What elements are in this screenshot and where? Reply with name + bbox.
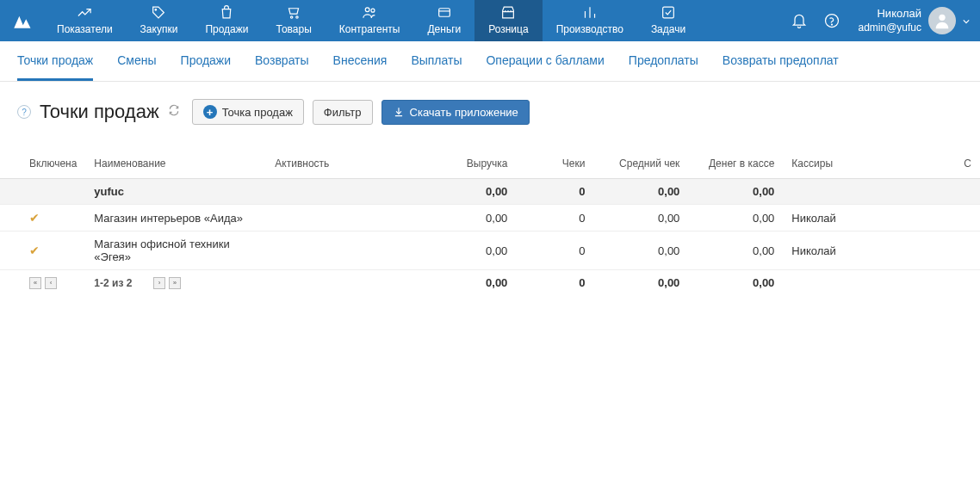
- subtab-prepayment-returns[interactable]: Возвраты предоплат: [723, 53, 839, 81]
- download-label: Скачать приложение: [410, 106, 518, 119]
- nav-item-money[interactable]: Деньги: [413, 0, 474, 41]
- store-icon: [499, 4, 517, 21]
- subtab-sales[interactable]: Продажи: [181, 53, 231, 81]
- subtab-payouts[interactable]: Выплаты: [411, 53, 462, 81]
- nav-item-production[interactable]: Производство: [543, 0, 637, 41]
- th-cashiers[interactable]: Кассиры: [783, 151, 929, 179]
- th-activity[interactable]: Активность: [266, 151, 421, 179]
- user-name: Николай: [858, 7, 921, 21]
- nav-item-sales[interactable]: Продажи: [191, 0, 262, 41]
- help-button[interactable]: [816, 0, 847, 41]
- row-name: Магазин интерьеров «Аида»: [85, 205, 266, 231]
- table-row[interactable]: ✔ Магазин интерьеров «Аида» 0,00 0 0,00 …: [0, 205, 980, 231]
- filter-button[interactable]: Фильтр: [313, 100, 373, 125]
- cart-icon: [285, 4, 302, 21]
- nav-item-goods[interactable]: Товары: [263, 0, 326, 41]
- nav-label: Задачи: [651, 23, 685, 35]
- footer-revenue: 0,00: [421, 270, 516, 296]
- subtabs: Точки продаж Смены Продажи Возвраты Внес…: [0, 41, 980, 82]
- row-revenue: 0,00: [421, 231, 516, 270]
- svg-rect-5: [438, 9, 450, 17]
- download-app-button[interactable]: Скачать приложение: [381, 100, 530, 125]
- svg-rect-6: [663, 7, 674, 18]
- tag-icon: [150, 4, 167, 21]
- logo[interactable]: [0, 0, 43, 41]
- group-revenue: 0,00: [421, 179, 516, 205]
- nav-label: Продажи: [205, 23, 248, 35]
- user-menu[interactable]: Николай admin@yufuc: [849, 7, 975, 34]
- th-cash[interactable]: Денег в кассе: [688, 151, 783, 179]
- row-avg: 0,00: [593, 205, 688, 231]
- add-pos-button[interactable]: + Точка продаж: [192, 99, 304, 125]
- nav-item-counterparties[interactable]: Контрагенты: [326, 0, 414, 41]
- row-avg: 0,00: [593, 231, 688, 270]
- check-icon: ✔: [29, 244, 40, 257]
- pos-table: Включена Наименование Активность Выручка…: [0, 151, 980, 295]
- nav-label: Деньги: [427, 23, 461, 35]
- svg-point-4: [371, 9, 375, 12]
- pagination-info: 1-2 из 2 › »: [94, 277, 257, 289]
- bag-icon: [218, 4, 235, 21]
- row-cashiers: Николай: [783, 205, 929, 231]
- subtab-pos[interactable]: Точки продаж: [17, 53, 93, 81]
- nav-item-tasks[interactable]: Задачи: [637, 0, 699, 41]
- user-icon: [933, 11, 952, 30]
- pagination: « ‹: [29, 277, 77, 289]
- th-avgcheck[interactable]: Средний чек: [593, 151, 688, 179]
- nav-items: Показатели Закупки Продажи Товары Контра…: [43, 0, 784, 41]
- nav-label: Производство: [556, 23, 623, 35]
- chart-icon: [76, 4, 93, 21]
- filter-label: Фильтр: [324, 106, 362, 119]
- th-name[interactable]: Наименование: [85, 151, 266, 179]
- bell-icon: [791, 12, 808, 29]
- page-prev-button[interactable]: ‹: [45, 277, 57, 289]
- avatar: [928, 7, 956, 34]
- nav-item-purchases[interactable]: Закупки: [127, 0, 192, 41]
- wallet-icon: [436, 4, 453, 21]
- svg-point-0: [156, 9, 158, 11]
- group-avg: 0,00: [593, 179, 688, 205]
- group-name: yufuc: [85, 179, 266, 205]
- subtab-returns[interactable]: Возвраты: [255, 53, 309, 81]
- plus-icon: +: [203, 105, 217, 119]
- footer-cash: 0,00: [688, 270, 783, 296]
- nav-label: Закупки: [140, 23, 178, 35]
- footer-receipts: 0: [516, 270, 593, 296]
- th-revenue[interactable]: Выручка: [421, 151, 516, 179]
- table-footer-row: « ‹ 1-2 из 2 › » 0,00 0 0,00 0,00: [0, 270, 980, 296]
- subtab-prepayments[interactable]: Предоплаты: [629, 53, 698, 81]
- th-receipts[interactable]: Чеки: [516, 151, 593, 179]
- subtab-deposits[interactable]: Внесения: [333, 53, 388, 81]
- nav-item-retail[interactable]: Розница: [474, 0, 542, 41]
- stats-icon: [581, 4, 599, 21]
- page-last-button[interactable]: »: [169, 277, 181, 289]
- refresh-button[interactable]: [168, 104, 183, 120]
- th-schedule[interactable]: С: [929, 151, 980, 179]
- svg-point-3: [365, 8, 369, 12]
- help-hint[interactable]: ?: [17, 105, 31, 119]
- subtab-shifts[interactable]: Смены: [117, 53, 156, 81]
- subtab-points-ops[interactable]: Операции с баллами: [486, 53, 604, 81]
- page-next-button[interactable]: ›: [153, 277, 165, 289]
- nav-item-indicators[interactable]: Показатели: [43, 0, 127, 41]
- row-revenue: 0,00: [421, 205, 516, 231]
- row-cashiers: Николай: [783, 231, 929, 270]
- table-group-row[interactable]: yufuc 0,00 0 0,00 0,00: [0, 179, 980, 205]
- help-circle-icon: [823, 12, 840, 29]
- page-header: ? Точки продаж + Точка продаж Фильтр Ска…: [0, 82, 980, 139]
- row-name: Магазин офисной техники «Эгея»: [85, 231, 266, 270]
- download-icon: [393, 106, 405, 118]
- page-first-button[interactable]: «: [29, 277, 41, 289]
- row-receipts: 0: [516, 205, 593, 231]
- nav-label: Розница: [488, 23, 528, 35]
- group-receipts: 0: [516, 179, 593, 205]
- add-pos-label: Точка продаж: [222, 106, 293, 119]
- notifications-button[interactable]: [784, 0, 815, 41]
- th-enabled[interactable]: Включена: [0, 151, 85, 179]
- row-receipts: 0: [516, 231, 593, 270]
- row-cash: 0,00: [688, 205, 783, 231]
- table-row[interactable]: ✔ Магазин офисной техники «Эгея» 0,00 0 …: [0, 231, 980, 270]
- page-title: Точки продаж: [40, 101, 159, 123]
- pagination-text: 1-2 из 2: [94, 277, 132, 289]
- refresh-icon: [168, 104, 180, 116]
